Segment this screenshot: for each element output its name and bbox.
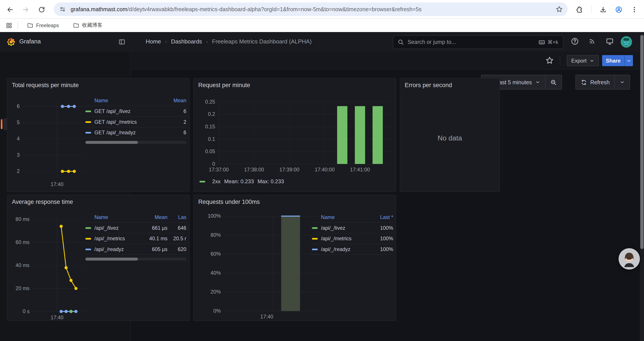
legend-series-name[interactable]: /api/_/readyz xyxy=(321,246,372,252)
legend-row[interactable]: /api/_/metrics100% xyxy=(312,233,393,244)
search-shortcut: ⌘+k xyxy=(538,39,558,46)
keyboard-icon xyxy=(538,39,545,46)
url-bar[interactable]: grafana.mathmast.com/d/deytv4rwavabkb/fr… xyxy=(54,3,568,16)
legend-row[interactable]: /api/_/metrics40.1 ms20.5 r xyxy=(85,233,186,244)
breadcrumb-current: Freeleaps Metrics Dashboard (ALPHA) xyxy=(212,38,312,45)
svg-text:3: 3 xyxy=(17,152,20,158)
favorite-star-icon[interactable] xyxy=(546,56,554,65)
profile-icon[interactable] xyxy=(613,4,624,15)
legend-row[interactable]: /api/_/readyz605 µs620 xyxy=(85,244,186,255)
share-menu-chevron[interactable] xyxy=(624,55,633,66)
legend-cell: 2 xyxy=(166,119,186,125)
legend-header: NameMeanLas xyxy=(85,212,186,223)
svg-text:2: 2 xyxy=(17,168,20,174)
chevron-down-icon xyxy=(590,58,594,63)
legend-row[interactable]: /api/_/livez100% xyxy=(312,223,393,233)
legend-series-pill xyxy=(85,248,91,250)
news-rss-icon[interactable] xyxy=(588,37,596,45)
bar-chart[interactable]: 100%80%60%40%20%0%17:40 xyxy=(201,213,320,321)
svg-text:0: 0 xyxy=(212,161,215,167)
panel-errors-per-second: Errors per second No data xyxy=(400,78,500,192)
floating-avatar[interactable] xyxy=(618,248,640,269)
forward-icon[interactable] xyxy=(20,4,31,15)
timeseries-chart[interactable]: 80 ms60 ms40 ms20 ms0 s17:40 xyxy=(12,213,87,321)
timeseries-chart[interactable]: 6543217:40 xyxy=(12,97,87,191)
search-placeholder: Search or jump to... xyxy=(408,39,538,45)
zoom-out-button[interactable] xyxy=(545,75,561,89)
url-text[interactable]: grafana.mathmast.com/d/deytv4rwavabkb/fr… xyxy=(70,6,556,12)
grafana-logo[interactable] xyxy=(6,37,16,46)
page-scrollbar[interactable] xyxy=(640,32,644,341)
legend-row[interactable]: /api/_/livez661 µs646 xyxy=(85,223,186,233)
legend-cell: 100% xyxy=(372,246,393,252)
monitor-icon[interactable] xyxy=(606,37,614,45)
grafana-app: Grafana Home › Dashboards › Freeleaps Me… xyxy=(0,32,644,341)
download-icon[interactable] xyxy=(597,4,609,15)
bookmark-label: 收藏博客 xyxy=(82,22,102,29)
browser-menu-icon[interactable] xyxy=(628,4,640,15)
panel-requests-under-100ms: Requests under 100ms 100%80%60%40%20%0%1… xyxy=(193,195,396,321)
export-button[interactable]: Export xyxy=(567,55,599,66)
legend-series-name[interactable]: 2xx xyxy=(212,178,220,185)
legend-row[interactable]: GET /api/_/livez6 xyxy=(85,106,186,117)
user-avatar[interactable] xyxy=(620,36,632,48)
toolbar-divider xyxy=(592,5,592,13)
bar-chart[interactable]: 0.250.20.150.10.05017:37:0017:38:0017:39… xyxy=(201,98,392,181)
scrollbar-thumb[interactable] xyxy=(85,141,138,144)
legend-series-name[interactable]: /api/_/metrics xyxy=(321,236,372,241)
svg-text:17:40: 17:40 xyxy=(51,181,64,187)
svg-text:4: 4 xyxy=(17,136,20,142)
legend-cell: 40.1 ms xyxy=(141,236,168,241)
breadcrumb-dashboards[interactable]: Dashboards xyxy=(171,38,202,45)
sidebar-toggle-icon[interactable] xyxy=(118,39,125,45)
legend-series-name[interactable]: /api/_/livez xyxy=(321,225,372,231)
legend-series-pill xyxy=(85,132,91,133)
panel-title[interactable]: Total requests per minute xyxy=(12,82,79,88)
legend-row[interactable]: GET /api/_/readyz6 xyxy=(85,127,186,138)
reload-icon[interactable] xyxy=(36,4,47,15)
scrollbar-thumb[interactable] xyxy=(640,35,644,249)
browser-toolbar: grafana.mathmast.com/d/deytv4rwavabkb/fr… xyxy=(0,0,644,19)
panel-title[interactable]: Errors per second xyxy=(405,82,452,88)
legend-series-name[interactable]: /api/_/metrics xyxy=(94,236,141,241)
site-settings-icon[interactable] xyxy=(60,6,66,12)
legend-row[interactable]: GET /api/_/metrics2 xyxy=(85,117,186,128)
legend-series-name[interactable]: /api/_/readyz xyxy=(94,246,141,252)
legend-series-name[interactable]: GET /api/_/livez xyxy=(94,108,166,114)
panel-request-per-minute: Request per minute 0.250.20.150.10.05017… xyxy=(193,78,396,192)
search-icon xyxy=(398,39,404,45)
svg-text:60 ms: 60 ms xyxy=(16,239,30,245)
bookmark-folder-blogs[interactable]: 收藏博客 xyxy=(69,20,106,31)
grafana-brand[interactable]: Grafana xyxy=(19,38,41,45)
refresh-group: Refresh xyxy=(576,75,630,90)
bookmark-star-icon[interactable] xyxy=(556,6,563,13)
legend-hscrollbar[interactable] xyxy=(85,258,186,260)
panel-title[interactable]: Average response time xyxy=(12,198,73,205)
back-icon[interactable] xyxy=(4,4,16,15)
folder-icon xyxy=(27,22,33,28)
legend-header: NameMean xyxy=(85,96,186,106)
svg-text:17:38:00: 17:38:00 xyxy=(244,167,264,172)
refresh-button[interactable]: Refresh xyxy=(576,75,615,89)
breadcrumb-home[interactable]: Home xyxy=(146,38,161,45)
share-button[interactable]: Share xyxy=(602,55,624,66)
search-input[interactable]: Search or jump to... ⌘+k xyxy=(393,35,564,49)
svg-text:0.1: 0.1 xyxy=(208,136,215,142)
panel-title[interactable]: Request per minute xyxy=(198,82,250,88)
legend-cell: 646 xyxy=(168,225,186,231)
bookmark-folder-freeleaps[interactable]: Freeleaps xyxy=(23,21,63,30)
legend-row[interactable]: /api/_/readyz100% xyxy=(312,244,393,255)
legend-series-name[interactable]: GET /api/_/metrics xyxy=(94,119,166,125)
panel-title[interactable]: Requests under 100ms xyxy=(198,198,260,205)
scrollbar-thumb[interactable] xyxy=(85,258,138,260)
legend-series-name[interactable]: GET /api/_/readyz xyxy=(94,130,166,135)
refresh-interval-chevron[interactable] xyxy=(615,75,630,89)
extensions-icon[interactable] xyxy=(574,4,585,15)
apps-grid-icon[interactable] xyxy=(6,22,12,29)
help-icon[interactable] xyxy=(571,37,579,45)
legend-cell: 100% xyxy=(372,225,393,231)
svg-text:40%: 40% xyxy=(211,270,221,276)
legend-series-name[interactable]: /api/_/livez xyxy=(94,225,141,231)
legend-hscrollbar[interactable] xyxy=(85,141,186,144)
subheader-divider xyxy=(560,56,560,65)
